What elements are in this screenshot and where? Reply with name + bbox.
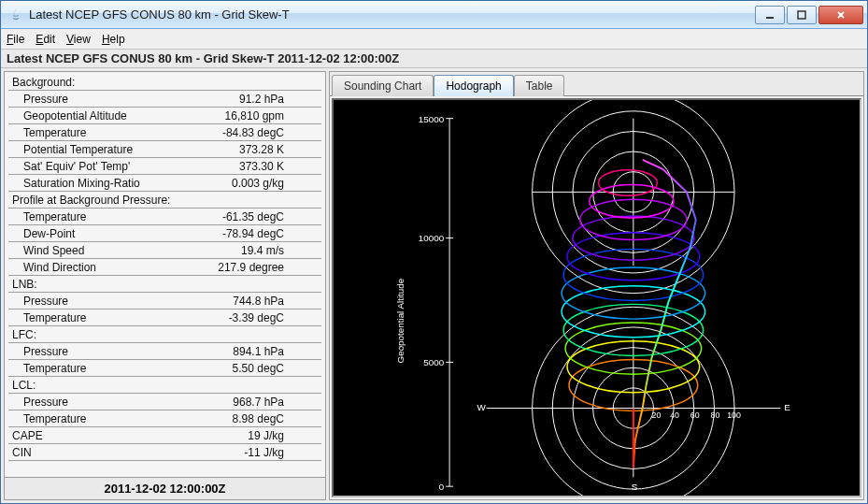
section-lnb: LNB: [8, 276, 321, 293]
table-row: Wind Speed19.4 m/s [8, 242, 321, 259]
page-title: Latest NCEP GFS CONUS 80 km - Grid Skew-… [1, 50, 867, 68]
app-window: Latest NCEP GFS CONUS 80 km - Grid Skew-… [0, 0, 868, 504]
svg-text:60: 60 [690, 410, 700, 420]
table-row: Temperature-61.35 degC [8, 209, 321, 225]
maximize-button[interactable] [787, 6, 817, 24]
hodograph-upper [533, 100, 734, 294]
menu-edit[interactable]: Edit [36, 33, 55, 46]
hodograph-svg: 15000 10000 5000 0 Geopotential Altitude [334, 100, 860, 496]
table-row: Pressure744.8 hPa [8, 293, 321, 310]
table-row: Pressure894.1 hPa [8, 343, 321, 360]
svg-rect-1 [798, 11, 805, 19]
data-panel: Background: Pressure91.2 hPa Geopotentia… [4, 71, 326, 500]
table-row: Wind Direction217.9 degree [8, 259, 321, 276]
axis-tick-label: 0 [439, 482, 445, 492]
menu-file[interactable]: File [7, 33, 24, 46]
axis-tick-label: 15000 [419, 114, 445, 124]
section-lcl: LCL: [8, 377, 321, 394]
data-table: Background: Pressure91.2 hPa Geopotentia… [5, 72, 325, 477]
table-row: Dew-Point-78.94 degC [8, 225, 321, 242]
menu-help[interactable]: Help [102, 33, 125, 46]
close-button[interactable] [818, 6, 863, 24]
axis-tick-label: 10000 [419, 233, 445, 243]
svg-rect-0 [766, 17, 774, 19]
axis-label: Geopotential Altitude [395, 278, 406, 363]
titlebar[interactable]: Latest NCEP GFS CONUS 80 km - Grid Skew-… [1, 1, 867, 29]
tab-hodograph[interactable]: Hodograph [434, 75, 513, 96]
section-profile: Profile at Background Pressure: [8, 192, 321, 209]
table-row: Temperature-84.83 degC [8, 124, 321, 141]
timestamp: 2011-12-02 12:00:00Z [5, 477, 325, 499]
menubar: File Edit View Help [1, 29, 867, 50]
tab-table[interactable]: Table [514, 75, 565, 96]
axis-tick-label: 5000 [423, 357, 444, 367]
row-cape: CAPE19 J/kg [8, 427, 321, 444]
table-row: Pressure91.2 hPa [8, 91, 321, 108]
section-background: Background: [8, 74, 321, 91]
svg-text:E: E [784, 402, 790, 412]
table-row: Pressure968.7 hPa [8, 394, 321, 410]
section-lfc: LFC: [8, 326, 321, 343]
tab-sounding-chart[interactable]: Sounding Chart [332, 75, 434, 96]
svg-text:W: W [477, 402, 487, 412]
menu-view[interactable]: View [66, 33, 91, 46]
svg-text:80: 80 [710, 410, 719, 420]
table-row: Temperature5.50 degC [8, 360, 321, 377]
svg-text:40: 40 [670, 410, 679, 420]
minimize-button[interactable] [755, 6, 785, 24]
chart-panel: Sounding Chart Hodograph Table 15000 100… [329, 71, 864, 500]
window-title: Latest NCEP GFS CONUS 80 km - Grid Skew-… [29, 7, 753, 22]
table-row: Potential Temperature373.28 K [8, 141, 321, 158]
table-row: Temperature8.98 degC [8, 410, 321, 427]
svg-text:S: S [632, 482, 638, 492]
table-row: Temperature-3.39 degC [8, 310, 321, 326]
content-area: Background: Pressure91.2 hPa Geopotentia… [1, 68, 867, 503]
hodograph-display[interactable]: 15000 10000 5000 0 Geopotential Altitude [332, 98, 861, 497]
java-icon [8, 7, 23, 22]
svg-text:20: 20 [652, 410, 662, 420]
tab-bar: Sounding Chart Hodograph Table [330, 72, 863, 96]
table-row: Saturation Mixing-Ratio0.003 g/kg [8, 175, 321, 192]
table-row: Geopotential Altitude16,810 gpm [8, 108, 321, 124]
svg-text:100: 100 [727, 410, 741, 420]
window-buttons [753, 6, 863, 24]
table-row: Sat' Equiv' Pot' Temp'373.30 K [8, 158, 321, 175]
row-cin: CIN-11 J/kg [8, 444, 321, 461]
